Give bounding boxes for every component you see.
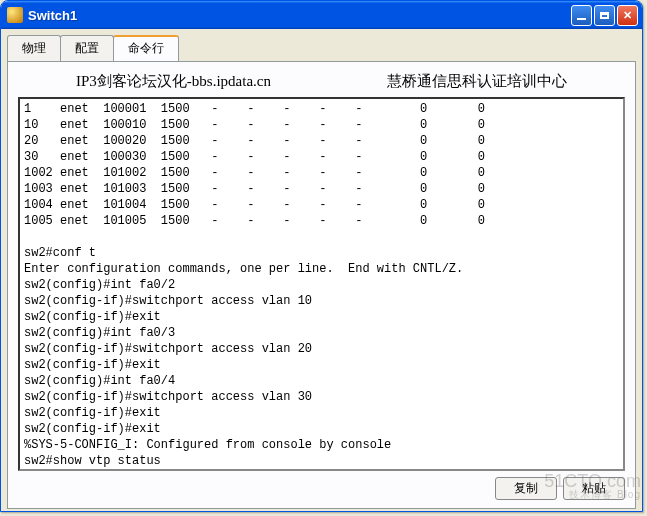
- app-icon: [7, 7, 23, 23]
- copy-button[interactable]: 复制: [495, 477, 557, 500]
- tab-panel-cli: IP3剑客论坛汉化-bbs.ipdata.cn 慧桥通信思科认证培训中心 1 e…: [7, 61, 636, 509]
- button-row: 复制 粘贴: [18, 471, 625, 500]
- app-window: Switch1 物理 配置 命令行 IP3剑客论坛汉化-bbs.ipdata.c…: [0, 0, 643, 512]
- banner: IP3剑客论坛汉化-bbs.ipdata.cn 慧桥通信思科认证培训中心: [18, 70, 625, 97]
- paste-button[interactable]: 粘贴: [563, 477, 625, 500]
- minimize-button[interactable]: [571, 5, 592, 26]
- banner-left: IP3剑客论坛汉化-bbs.ipdata.cn: [76, 72, 271, 91]
- titlebar[interactable]: Switch1: [1, 1, 642, 29]
- tab-config[interactable]: 配置: [60, 35, 114, 61]
- close-button[interactable]: [617, 5, 638, 26]
- tab-cli[interactable]: 命令行: [113, 35, 179, 61]
- cli-terminal[interactable]: 1 enet 100001 1500 - - - - - 0 0 10 enet…: [18, 97, 625, 471]
- window-title: Switch1: [28, 8, 571, 23]
- window-buttons: [571, 5, 638, 26]
- maximize-button[interactable]: [594, 5, 615, 26]
- banner-right: 慧桥通信思科认证培训中心: [387, 72, 567, 91]
- tab-strip: 物理 配置 命令行: [1, 29, 642, 61]
- tab-physical[interactable]: 物理: [7, 35, 61, 61]
